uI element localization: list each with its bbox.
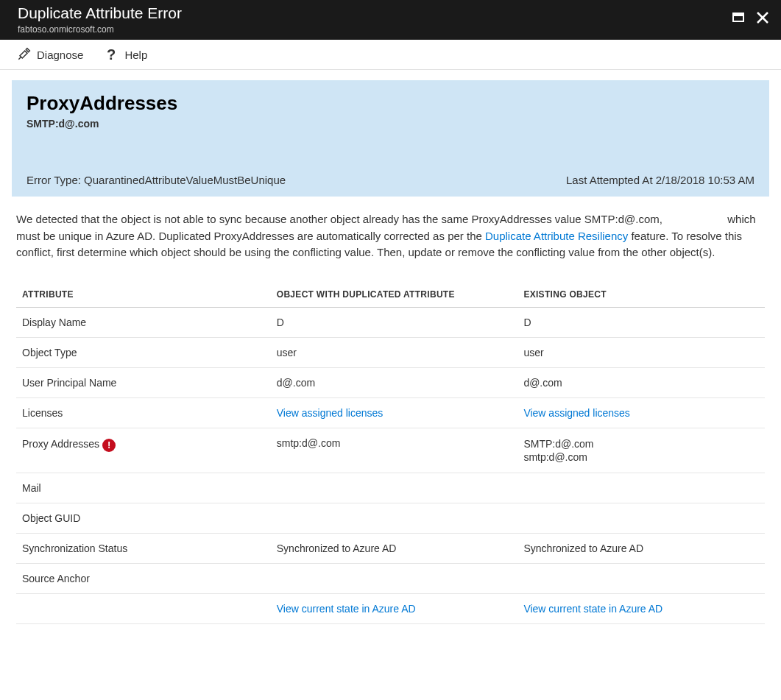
attr-cell: Display Name <box>16 307 271 337</box>
dup-cell[interactable]: View current state in Azure AD <box>271 593 518 623</box>
tenant-name: fabtoso.onmicrosoft.com <box>18 24 732 35</box>
col-header-attribute: ATTRIBUTE <box>16 282 271 308</box>
window-title: Duplicate Attribute Error <box>18 4 732 22</box>
attr-cell: Mail <box>16 473 271 503</box>
dup-cell <box>271 563 518 593</box>
exist-cell: user <box>517 337 765 367</box>
attr-cell: Proxy Addresses! <box>16 428 271 473</box>
table-row: Synchronization StatusSynchronized to Az… <box>16 533 765 563</box>
dup-cell: smtp:d@.com <box>271 428 518 473</box>
exist-cell[interactable]: View assigned licenses <box>517 397 765 428</box>
dup-cell: Synchronized to Azure AD <box>271 533 518 563</box>
help-icon: ? <box>104 47 119 62</box>
table-row: Proxy Addresses!smtp:d@.comSMTP:d@.comsm… <box>16 428 765 473</box>
description-text: We detected that the object is not able … <box>1 211 780 261</box>
table-row: User Principal Named@.comd@.com <box>16 367 765 397</box>
exist-cell <box>517 563 765 593</box>
dup-cell: user <box>271 337 518 367</box>
attr-cell: Object Type <box>16 337 271 367</box>
exist-cell: SMTP:d@.comsmtp:d@.com <box>517 428 765 473</box>
attribute-table: ATTRIBUTE OBJECT WITH DUPLICATED ATTRIBU… <box>16 282 765 624</box>
help-label: Help <box>124 49 147 61</box>
maximize-icon[interactable] <box>732 11 746 26</box>
table-row: Mail <box>16 473 765 503</box>
diagnose-label: Diagnose <box>37 49 83 61</box>
last-attempted: Last Attempted At 2/18/2018 10:53 AM <box>566 174 755 186</box>
attr-cell: User Principal Name <box>16 367 271 397</box>
attr-cell: Synchronization Status <box>16 533 271 563</box>
svg-rect-1 <box>733 13 743 16</box>
exist-cell <box>517 473 765 503</box>
table-row: Object Typeuseruser <box>16 337 765 367</box>
attribute-value: SMTP:d@.com <box>26 118 755 130</box>
help-button[interactable]: ? Help <box>104 47 147 62</box>
table-row: LicensesView assigned licensesView assig… <box>16 397 765 428</box>
table-row: Display NameDD <box>16 307 765 337</box>
dup-cell <box>271 503 518 533</box>
dup-cell: d@.com <box>271 367 518 397</box>
attr-cell: Licenses <box>16 397 271 428</box>
table-row: Object GUID <box>16 503 765 533</box>
attr-cell <box>16 593 271 623</box>
dup-cell[interactable]: View assigned licenses <box>271 397 518 428</box>
attribute-name: ProxyAddresses <box>26 92 755 115</box>
toolbar: Diagnose ? Help <box>0 40 781 70</box>
exist-cell: D <box>517 307 765 337</box>
exist-cell: d@.com <box>517 367 765 397</box>
col-header-duplicated: OBJECT WITH DUPLICATED ATTRIBUTE <box>271 282 518 308</box>
error-type: Error Type: QuarantinedAttributeValueMus… <box>26 174 286 186</box>
exist-cell <box>517 503 765 533</box>
resiliency-link[interactable]: Duplicate Attribute Resiliency <box>485 230 628 242</box>
dup-cell <box>271 473 518 503</box>
diagnose-button[interactable]: Diagnose <box>16 47 83 62</box>
titlebar: Duplicate Attribute Error fabtoso.onmicr… <box>0 0 781 40</box>
summary-panel: ProxyAddresses SMTP:d@.com Error Type: Q… <box>12 80 769 197</box>
attr-cell: Source Anchor <box>16 563 271 593</box>
close-icon[interactable] <box>756 11 769 27</box>
attr-cell: Object GUID <box>16 503 271 533</box>
col-header-existing: EXISTING OBJECT <box>517 282 765 308</box>
exist-cell: Synchronized to Azure AD <box>517 533 765 563</box>
svg-text:?: ? <box>107 47 116 62</box>
dup-cell: D <box>271 307 518 337</box>
error-badge-icon: ! <box>102 439 116 452</box>
exist-cell[interactable]: View current state in Azure AD <box>517 593 765 623</box>
desc-part1: We detected that the object is not able … <box>16 213 662 225</box>
table-row: Source Anchor <box>16 563 765 593</box>
table-row: View current state in Azure ADView curre… <box>16 593 765 623</box>
wrench-icon <box>16 47 31 62</box>
